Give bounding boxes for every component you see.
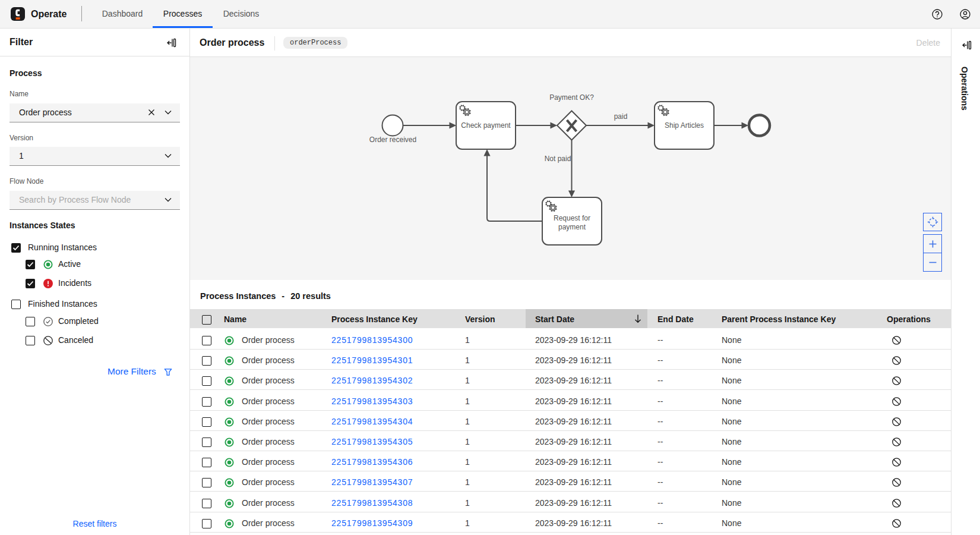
svg-text:Check payment: Check payment	[461, 121, 511, 130]
svg-text:Order received: Order received	[369, 136, 416, 144]
svg-text:Not paid: Not paid	[545, 155, 571, 163]
svg-text:Payment OK?: Payment OK?	[549, 93, 594, 102]
svg-text:payment: payment	[558, 223, 586, 231]
svg-text:Ship Articles: Ship Articles	[665, 121, 704, 130]
svg-text:Request for: Request for	[554, 214, 590, 222]
svg-text:paid: paid	[614, 112, 628, 121]
